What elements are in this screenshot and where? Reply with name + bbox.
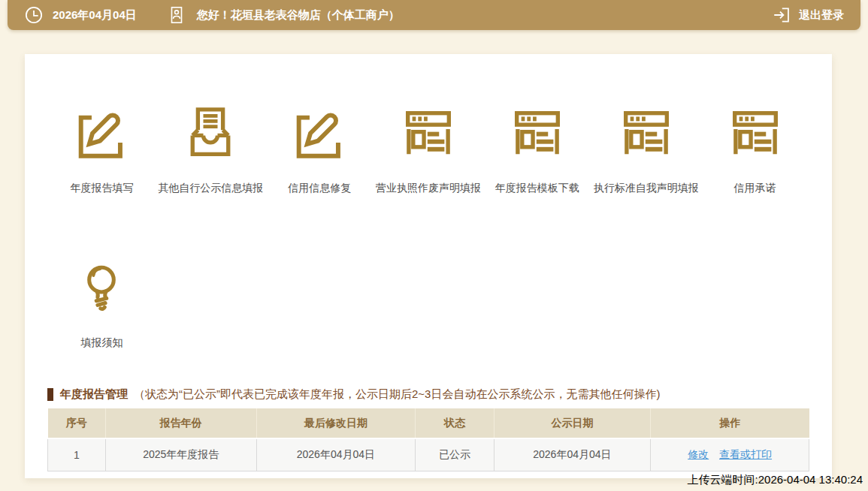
cell-actions: 修改 查看或打印 bbox=[651, 438, 809, 471]
cell-modified-date: 2026年04月04日 bbox=[256, 438, 416, 471]
upload-time-text: 上传云端时间:2026-04-04 13:40:24 bbox=[688, 473, 863, 487]
inbox-document-icon bbox=[182, 105, 239, 162]
shortcut-label: 信用信息修复 bbox=[288, 182, 351, 195]
logout-icon bbox=[772, 5, 791, 25]
browser-window-icon bbox=[509, 105, 566, 162]
shortcut-other-public-info[interactable]: 其他自行公示信息填报 bbox=[156, 105, 265, 195]
browser-window-icon bbox=[727, 105, 784, 162]
user-greeting: 您好！花垣县老表谷物店（个体工商户） bbox=[197, 8, 400, 23]
table-row: 1 2025年年度报告 2026年04月04日 已公示 2026年04月04日 … bbox=[48, 438, 809, 471]
topbar: 2026年04月04日 您好！花垣县老表谷物店（个体工商户） 退出登录 bbox=[8, 0, 860, 30]
section-title: 年度报告管理 bbox=[60, 387, 128, 402]
modify-link[interactable]: 修改 bbox=[688, 448, 709, 460]
cell-index: 1 bbox=[48, 438, 106, 471]
shortcut-label: 信用承诺 bbox=[734, 182, 776, 195]
shortcut-label: 年度报告模板下载 bbox=[495, 182, 579, 195]
shortcut-label: 填报须知 bbox=[80, 336, 122, 350]
col-header-actions: 操作 bbox=[651, 408, 809, 438]
col-header-index: 序号 bbox=[48, 408, 106, 438]
current-date: 2026年04月04日 bbox=[53, 8, 137, 23]
shortcut-credit-commitment[interactable]: 信用承诺 bbox=[700, 105, 809, 195]
section-note: （状态为“已公示”即代表已完成该年度年报，公示日期后2~3日会自动在公示系统公示… bbox=[134, 387, 660, 402]
cell-report-year: 2025年年度报告 bbox=[105, 438, 256, 471]
logout-button[interactable]: 退出登录 bbox=[772, 5, 844, 25]
cell-status: 已公示 bbox=[416, 438, 494, 471]
shortcut-standard-self-declaration[interactable]: 执行标准自我声明填报 bbox=[591, 105, 700, 195]
clock-icon bbox=[24, 5, 44, 25]
table-header-row: 序号 报告年份 最后修改日期 状态 公示日期 操作 bbox=[48, 408, 809, 438]
edit-icon bbox=[291, 105, 348, 162]
edit-icon bbox=[73, 105, 130, 162]
lightbulb-icon bbox=[74, 261, 129, 317]
col-header-publish-date: 公示日期 bbox=[494, 408, 651, 438]
shortcut-annual-report-fill[interactable]: 年度报告填写 bbox=[47, 105, 156, 195]
cell-publish-date: 2026年04月04日 bbox=[494, 438, 651, 471]
shortcut-filing-notice[interactable]: 填报须知 bbox=[47, 261, 156, 350]
section-header: 年度报告管理 （状态为“已公示”即代表已完成该年度年报，公示日期后2~3日会自动… bbox=[47, 387, 809, 402]
view-or-print-link[interactable]: 查看或打印 bbox=[719, 448, 772, 460]
topbar-left: 2026年04月04日 您好！花垣县老表谷物店（个体工商户） bbox=[24, 5, 772, 25]
shortcut-label: 营业执照作废声明填报 bbox=[376, 182, 481, 195]
col-header-year: 报告年份 bbox=[105, 408, 256, 438]
annual-report-table: 序号 报告年份 最后修改日期 状态 公示日期 操作 1 2025年年度报告 20… bbox=[47, 408, 809, 471]
col-header-modified: 最后修改日期 bbox=[256, 408, 416, 438]
shortcut-label: 其他自行公示信息填报 bbox=[158, 182, 263, 195]
id-badge-icon bbox=[167, 5, 186, 25]
main-card: 年度报告填写 其他自行公示信息填报 bbox=[25, 54, 832, 478]
col-header-status: 状态 bbox=[416, 408, 494, 438]
shortcut-report-template-download[interactable]: 年度报告模板下载 bbox=[482, 105, 591, 195]
shortcut-credit-repair[interactable]: 信用信息修复 bbox=[265, 105, 374, 195]
section-marker bbox=[47, 388, 53, 401]
browser-window-icon bbox=[400, 105, 457, 162]
shortcut-grid: 年度报告填写 其他自行公示信息填报 bbox=[25, 54, 832, 195]
browser-window-icon bbox=[618, 105, 675, 162]
shortcut-label: 执行标准自我声明填报 bbox=[594, 182, 699, 195]
logout-label: 退出登录 bbox=[799, 8, 844, 23]
shortcut-license-void-declaration[interactable]: 营业执照作废声明填报 bbox=[374, 105, 483, 195]
notice-row: 填报须知 bbox=[25, 261, 832, 350]
shortcut-label: 年度报告填写 bbox=[70, 182, 133, 195]
